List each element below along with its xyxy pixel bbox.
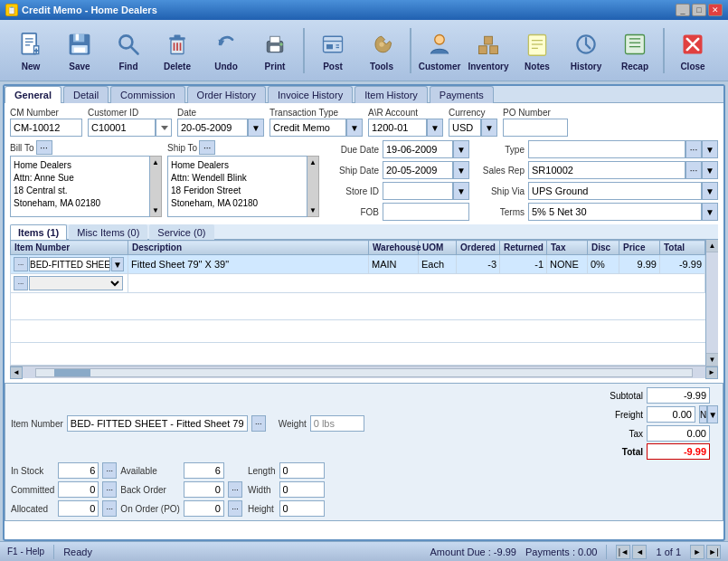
on-order-btn[interactable]: ··· <box>228 500 242 517</box>
bill-to-scroll-down[interactable]: ▼ <box>150 186 161 216</box>
find-button[interactable]: Find <box>105 24 152 77</box>
cell-price[interactable]: 9.99 <box>619 255 660 274</box>
on-order-input[interactable] <box>184 500 224 517</box>
customer-id-input[interactable] <box>88 119 156 137</box>
type-dropdown[interactable]: ▼ <box>702 140 718 158</box>
close-btn[interactable]: ✕ <box>708 4 723 16</box>
ship-to-scroll-down[interactable]: ▼ <box>307 186 318 216</box>
customer-button[interactable]: Customer <box>416 24 463 77</box>
tab-payments[interactable]: Payments <box>430 86 494 103</box>
tab-invoice-history[interactable]: Invoice History <box>268 86 353 103</box>
terms-dropdown[interactable]: ▼ <box>702 203 718 221</box>
cell-disc[interactable]: 0% <box>588 255 619 274</box>
delete-button[interactable]: Delete <box>154 24 201 77</box>
cell-ordered[interactable]: -3 <box>457 255 500 274</box>
cell-total[interactable]: -9.99 <box>660 255 705 274</box>
bp-item-number-btn[interactable]: ··· <box>251 415 266 432</box>
tools-button[interactable]: Tools <box>358 24 405 77</box>
ar-account-dropdown[interactable]: ▼ <box>427 119 443 137</box>
subtotal-input[interactable] <box>647 387 710 404</box>
nav-prev[interactable]: ◄ <box>632 545 647 559</box>
cell-tax[interactable]: NONE <box>547 255 588 274</box>
recap-button[interactable]: Recap <box>611 24 658 77</box>
total-input[interactable] <box>647 443 710 460</box>
ship-date-dropdown[interactable]: ▼ <box>453 161 469 179</box>
post-button[interactable]: Post <box>309 24 356 77</box>
width-input[interactable] <box>279 481 325 498</box>
back-order-input[interactable] <box>184 481 224 498</box>
cm-number-input[interactable] <box>10 119 82 137</box>
hscroll-right[interactable]: ► <box>705 366 718 379</box>
freight-input[interactable] <box>647 406 695 423</box>
subtab-items[interactable]: Items (1) <box>10 224 67 240</box>
ship-date-input[interactable] <box>383 161 453 179</box>
table-row-new[interactable]: ··· <box>11 274 718 293</box>
currency-input[interactable] <box>449 119 481 137</box>
hscroll-thumb[interactable] <box>54 369 90 376</box>
item-ellipsis[interactable]: ··· <box>14 257 28 271</box>
bp-weight-input[interactable] <box>310 415 364 432</box>
tab-general[interactable]: General <box>5 86 61 103</box>
transaction-type-dropdown[interactable]: ▼ <box>346 119 363 137</box>
due-date-input[interactable] <box>383 140 453 158</box>
height-input[interactable] <box>279 500 325 517</box>
date-input[interactable] <box>177 119 248 137</box>
save-button[interactable]: Save <box>56 24 103 77</box>
scroll-down-arrow[interactable]: ▼ <box>706 353 718 366</box>
terms-input[interactable] <box>528 203 702 221</box>
sales-rep-dropdown[interactable]: ▼ <box>702 161 718 179</box>
table-row[interactable]: ··· ▼ Fitted Sheet 79" X 39" MAIN Each -… <box>11 255 718 274</box>
tab-item-history[interactable]: Item History <box>355 86 428 103</box>
type-btn[interactable]: ··· <box>685 140 702 158</box>
nav-first[interactable]: |◄ <box>616 545 630 559</box>
cell-warehouse[interactable]: MAIN <box>369 255 419 274</box>
print-button[interactable]: Print <box>251 24 298 77</box>
currency-dropdown[interactable]: ▼ <box>481 119 497 137</box>
nav-next[interactable]: ► <box>690 545 704 559</box>
tab-detail[interactable]: Detail <box>63 86 109 103</box>
available-input[interactable] <box>184 462 224 479</box>
hscroll-left[interactable]: ◄ <box>10 366 23 379</box>
in-stock-btn[interactable]: ··· <box>102 462 117 479</box>
cell-item-number[interactable]: ··· ▼ <box>11 255 128 274</box>
tax-input[interactable] <box>647 425 710 442</box>
freight-btn[interactable]: N <box>699 405 707 423</box>
ship-via-input[interactable] <box>528 182 702 200</box>
new-item-ellipsis[interactable]: ··· <box>14 276 28 290</box>
undo-button[interactable]: Undo <box>203 24 250 77</box>
inventory-button[interactable]: Inventory <box>465 24 512 77</box>
bp-item-number-input[interactable] <box>67 415 248 432</box>
subtab-misc[interactable]: Misc Items (0) <box>69 224 147 240</box>
ar-account-input[interactable] <box>368 119 427 137</box>
notes-button[interactable]: Notes <box>514 24 561 77</box>
cell-uom[interactable]: Each <box>419 255 457 274</box>
ship-to-scroll-up[interactable]: ▲ <box>307 157 318 186</box>
allocated-btn[interactable]: ··· <box>102 500 117 517</box>
item-number-cell-input[interactable] <box>29 257 110 271</box>
length-input[interactable] <box>279 462 325 479</box>
close-button[interactable]: Close <box>669 24 716 77</box>
minimize-btn[interactable]: _ <box>676 4 690 16</box>
fob-input[interactable] <box>383 203 469 221</box>
committed-input[interactable] <box>58 481 99 498</box>
subtab-service[interactable]: Service (0) <box>149 224 213 240</box>
new-item-dropdown[interactable] <box>29 276 123 290</box>
scroll-up-arrow[interactable]: ▲ <box>706 240 718 252</box>
tab-commission[interactable]: Commission <box>110 86 185 103</box>
allocated-input[interactable] <box>58 500 99 517</box>
ship-via-dropdown[interactable]: ▼ <box>702 182 718 200</box>
back-order-btn[interactable]: ··· <box>228 481 242 498</box>
due-date-dropdown[interactable]: ▼ <box>453 140 469 158</box>
type-input[interactable] <box>528 140 685 158</box>
nav-last[interactable]: ►| <box>706 545 721 559</box>
po-number-input[interactable] <box>503 119 568 137</box>
in-stock-input[interactable] <box>58 462 99 479</box>
date-picker-btn[interactable]: ▼ <box>248 119 264 137</box>
store-id-input[interactable] <box>383 182 453 200</box>
freight-dropdown[interactable]: ▼ <box>707 405 718 423</box>
transaction-type-input[interactable] <box>269 119 346 137</box>
committed-btn[interactable]: ··· <box>102 481 117 498</box>
item-dropdown-btn[interactable]: ▼ <box>111 257 124 271</box>
maximize-btn[interactable]: □ <box>692 4 706 16</box>
cell-description[interactable]: Fitted Sheet 79" X 39" <box>128 255 369 274</box>
